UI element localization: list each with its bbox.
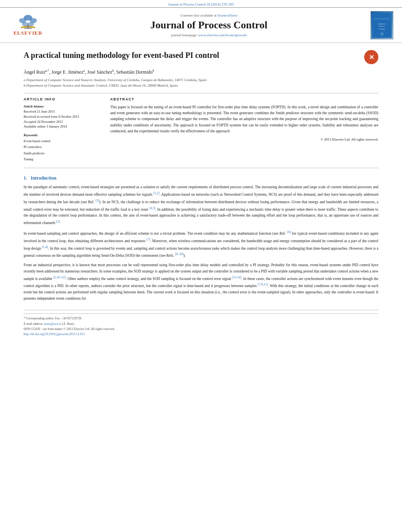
ref-5-10-12: [5,10–12] (53, 276, 65, 279)
title-row: A practical tuning methodology for event… (24, 50, 378, 65)
author-sup-a2: a (83, 69, 85, 72)
info-abstract-columns: ARTICLE INFO Article history: Received 2… (24, 97, 378, 162)
email-link[interactable]: aruiz@uco.es (44, 322, 61, 326)
author-sup-a: a,* (45, 69, 49, 72)
section-heading: 1. Introduction (24, 175, 378, 181)
ref-7-9-15: [7,9,15] (258, 283, 268, 286)
article-info-heading: ARTICLE INFO (24, 97, 102, 101)
keywords-heading: Keywords: (24, 133, 102, 137)
svg-text:Control: Control (379, 28, 385, 30)
svg-text:Journal of: Journal of (378, 23, 386, 25)
keyword-1: Event-based control (24, 138, 102, 144)
author-sup-b: b (112, 69, 114, 72)
ref-6: [6] (287, 230, 291, 234)
journal-header-center: Contents lists available at ScienceDirec… (54, 13, 364, 37)
keyword-3: Smith predictor (24, 150, 102, 156)
article-history: Article history: Received 21 June 2013 R… (24, 104, 102, 129)
journal-top-bar: Journal of Process Control 24 (2014) 278… (0, 0, 402, 7)
ref-3: [3] (95, 199, 99, 202)
corresponding-author-note: * Corresponding author. Fax: +34 9572187… (24, 316, 378, 321)
section-number: 1. (24, 175, 27, 181)
email-label: E-mail address: (24, 322, 43, 326)
page: Journal of Process Control 24 (2014) 278… (0, 0, 402, 532)
article-content: A practical tuning methodology for event… (0, 43, 402, 344)
footer-divider (24, 313, 378, 314)
elsevier-tree-icon (16, 14, 40, 29)
journal-cover-image: Journal of Process Control (371, 11, 393, 39)
ref-13-14: [13,14] (232, 276, 241, 279)
received-1: Received 21 June 2013 (24, 109, 102, 114)
introduction-section: 1. Introduction In the paradigm of autom… (24, 175, 378, 302)
intro-para-3: From an industrial perspective, it is kn… (24, 262, 378, 302)
homepage-url[interactable]: www.elsevier.com/locate/jprocont (198, 33, 247, 37)
history-heading: Article history: (24, 104, 102, 108)
journal-cover-svg: Journal of Process Control (372, 13, 392, 38)
keyword-4: Tuning (24, 156, 102, 162)
svg-point-16 (380, 32, 384, 36)
contents-label: Contents lists available at (180, 13, 217, 17)
available: Available online 3 January 2014 (24, 124, 102, 129)
section-title: Introduction (31, 175, 56, 181)
keywords-section: Keywords: Event-based control PI control… (24, 133, 102, 162)
article-info-column: ARTICLE INFO Article history: Received 2… (24, 97, 102, 162)
divider-1 (24, 93, 378, 93)
abstract-text: This paper is focused on the tuning of a… (110, 104, 378, 134)
contents-line: Contents lists available at ScienceDirec… (54, 13, 364, 17)
intro-para-1: In the paradigm of automatic control, ev… (24, 184, 378, 226)
copyright-line: © 2013 Elsevier Ltd. All rights reserved… (110, 137, 378, 141)
authors-line: Ángel Ruiza,*, Jorge E. Jiméneza, José S… (24, 69, 378, 75)
homepage-label: journal homepage: (171, 33, 197, 37)
received-revised: Received in revised form 4 October 2013 (24, 114, 102, 119)
accepted: Accepted 24 November 2013 (24, 119, 102, 124)
sciencedirect-link[interactable]: ScienceDirect (218, 13, 237, 17)
journal-homepage: journal homepage: www.elsevier.com/locat… (54, 33, 364, 37)
article-footer: * Corresponding author. Fax: +34 9572187… (24, 310, 378, 337)
journal-title: Journal of Process Control (54, 19, 364, 31)
ref-7: [7] (146, 238, 150, 241)
affiliation-a: a Department of Computer Science and Num… (24, 78, 378, 83)
elsevier-logo-container: ELSEVIER (6, 14, 50, 36)
email-note: E-mail address: aruiz@uco.es (Á. Ruiz). (24, 322, 378, 327)
authors-text: Ángel Ruiza,*, Jorge E. Jiméneza, José S… (24, 69, 154, 75)
abstract-heading: ABSTRACT (110, 97, 378, 101)
elsevier-brand-text: ELSEVIER (13, 30, 43, 36)
ref-8-10: [8–10] (175, 252, 183, 256)
intro-para-2: In event-based sampling and control appr… (24, 230, 378, 259)
journal-cover-container: Journal of Process Control (368, 11, 396, 39)
article-title: A practical tuning methodology for event… (24, 50, 360, 60)
journal-header: ELSEVIER Contents lists available at Sci… (0, 7, 402, 43)
abstract-column: ABSTRACT This paper is focused on the tu… (110, 97, 378, 162)
doi-link[interactable]: http://dx.doi.org/10.1016/j.jprocont.201… (24, 332, 85, 336)
crossmark-badge: ✕ (364, 50, 378, 64)
journal-ref-text: Journal of Process Control 24 (2014) 278… (168, 2, 234, 6)
svg-text:Process: Process (379, 25, 385, 27)
keyword-2: PI controllers (24, 144, 102, 150)
ref-1-4: [1,4] (42, 245, 48, 249)
affiliations: a Department of Computer Science and Num… (24, 78, 378, 88)
svg-rect-6 (24, 28, 31, 29)
ref-1-2: [1,2] (154, 191, 159, 195)
issn-line: 0959-1524/$ – see front matter © 2013 El… (24, 327, 378, 332)
author-sup-b2: b (153, 69, 154, 72)
divider-2 (24, 168, 378, 168)
star-note-text: * Corresponding author. Fax: +34 9572187… (24, 317, 82, 320)
ref-2b: [2] (56, 220, 60, 223)
email-name: (Á. Ruiz). (62, 322, 75, 326)
affiliation-b: b Department of Computer Science and Aut… (24, 83, 378, 89)
ref-4-5: [4,5] (149, 206, 155, 210)
